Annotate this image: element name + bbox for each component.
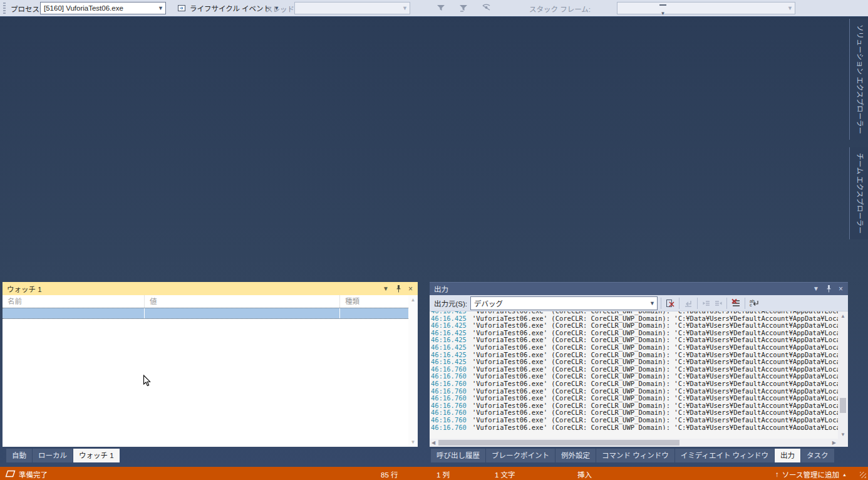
status-line: 85 行: [381, 469, 398, 479]
status-bar: 準備完了 85 行 1 列 1 文字 挿入 ↑ ソース管理に追加 ▲: [0, 467, 868, 480]
log-message: 'VuforiaTest06.exe' (CoreCLR: CoreCLR_UW…: [472, 424, 838, 430]
process-combobox-value: [5160] VuforiaTest06.exe: [44, 4, 123, 12]
status-ready: 準備完了: [19, 469, 48, 479]
tool-window-tab[interactable]: 呼び出し履歴: [431, 449, 485, 462]
lifecycle-events-icon: [177, 4, 187, 13]
tool-window-tab[interactable]: 例外設定: [555, 449, 596, 462]
output-log-viewport[interactable]: 46:16.425'VuforiaTest06.exe' (CoreCLR: C…: [430, 311, 838, 430]
watch-column-header[interactable]: 名前: [3, 295, 145, 308]
tool-window-tab[interactable]: タスク: [801, 449, 834, 462]
output-title-bar[interactable]: 出力 ▼ ×: [430, 282, 848, 295]
watch-column-header[interactable]: 値: [145, 295, 340, 308]
watch-tab-group: 自動ローカルウォッチ 1: [6, 449, 120, 462]
toolbar-grip[interactable]: [3, 3, 6, 14]
chevron-down-icon: ▼: [661, 11, 666, 16]
watch-title-bar[interactable]: ウォッチ 1 ▼ ×: [3, 282, 418, 295]
log-timestamp: 46:16.425: [431, 321, 467, 329]
log-message: 'VuforiaTest06.exe' (CoreCLR: CoreCLR_UW…: [472, 358, 838, 365]
log-message: 'VuforiaTest06.exe' (CoreCLR: CoreCLR_UW…: [472, 416, 838, 424]
log-timestamp: 46:16.760: [431, 365, 467, 373]
scroll-down-icon[interactable]: ▼: [411, 437, 416, 447]
window-position-icon[interactable]: ▼: [383, 286, 389, 292]
tool-window-tab[interactable]: 出力: [775, 449, 800, 462]
previous-message-icon[interactable]: [701, 298, 712, 308]
watch-title: ウォッチ 1: [7, 284, 42, 294]
word-wrap-icon[interactable]: abc: [748, 298, 760, 308]
debug-toolbar: プロセス: [5160] VuforiaTest06.exe ▼ ライフサイクル…: [0, 0, 868, 17]
side-tab[interactable]: チーム エクスプローラー: [849, 147, 868, 239]
watch-panel: ウォッチ 1 ▼ × 名前値種類 ▲ ▼: [3, 282, 418, 447]
log-message: 'VuforiaTest06.exe' (CoreCLR: CoreCLR_UW…: [472, 365, 838, 373]
thread-label: スレッド:: [266, 4, 296, 14]
log-timestamp: 46:16.425: [431, 336, 467, 343]
log-message: 'VuforiaTest06.exe' (CoreCLR: CoreCLR_UW…: [472, 409, 838, 416]
pin-icon[interactable]: [396, 285, 401, 293]
process-combobox[interactable]: [5160] VuforiaTest06.exe ▼: [40, 2, 166, 14]
chevron-down-icon[interactable]: ▼: [156, 3, 165, 14]
pin-icon[interactable]: [826, 285, 832, 293]
find-message-in-code-icon[interactable]: [664, 298, 676, 308]
output-source-value: デバッグ: [474, 298, 503, 308]
show-threads-in-source-icon[interactable]: [482, 4, 492, 13]
stack-frame-label: スタック フレーム:: [529, 4, 591, 14]
log-message: 'VuforiaTest06.exe' (CoreCLR: CoreCLR_UW…: [472, 336, 838, 343]
window-position-icon[interactable]: ▼: [813, 286, 819, 292]
log-timestamp: 46:16.760: [431, 394, 467, 402]
scroll-left-icon[interactable]: ◀: [431, 439, 435, 447]
goto-message-icon[interactable]: [683, 298, 694, 308]
tool-window-tab[interactable]: ブレークポイント: [486, 449, 555, 462]
status-character: 1 文字: [495, 469, 515, 479]
filter-flagged-threads-icon[interactable]: [459, 4, 469, 13]
filter-threads-icon[interactable]: [437, 4, 447, 13]
separator: [679, 298, 679, 309]
log-timestamp: 46:16.425: [431, 351, 467, 358]
scroll-right-icon[interactable]: ▶: [832, 439, 836, 447]
toolbar-overflow-button[interactable]: ▼: [659, 4, 666, 12]
log-timestamp: 46:16.425: [431, 343, 467, 351]
watch-column-headers: 名前値種類: [3, 295, 408, 308]
watch-selected-row[interactable]: [3, 308, 408, 319]
clear-all-icon[interactable]: [730, 298, 741, 308]
resize-grip[interactable]: [860, 472, 866, 478]
log-message: 'VuforiaTest06.exe' (CoreCLR: CoreCLR_UW…: [472, 329, 838, 337]
log-message: 'VuforiaTest06.exe' (CoreCLR: CoreCLR_UW…: [472, 402, 838, 409]
scrollbar-thumb[interactable]: [840, 398, 846, 413]
log-message: 'VuforiaTest06.exe' (CoreCLR: CoreCLR_UW…: [472, 372, 838, 380]
tool-window-tab[interactable]: ローカル: [33, 449, 73, 462]
output-horizontal-scrollbar[interactable]: ◀ ▶: [430, 439, 838, 447]
source-control-status-icon: [5, 470, 16, 477]
status-column: 1 列: [437, 469, 450, 479]
scroll-up-icon[interactable]: ▲: [411, 295, 416, 305]
log-message: 'VuforiaTest06.exe' (CoreCLR: CoreCLR_UW…: [472, 351, 838, 358]
add-to-source-control-button[interactable]: ↑ ソース管理に追加 ▲: [775, 469, 847, 479]
tool-window-tab[interactable]: イミディエイト ウィンドウ: [675, 449, 774, 462]
close-icon[interactable]: ×: [408, 286, 413, 292]
watch-scrollbar[interactable]: ▲ ▼: [408, 295, 418, 447]
tool-window-tab[interactable]: 自動: [6, 449, 32, 462]
watch-column-header[interactable]: 種類: [340, 295, 408, 308]
output-toolbar: 出力元(S): デバッグ ▼ abc: [430, 295, 848, 311]
separator: [661, 298, 661, 309]
scrollbar-thumb[interactable]: [438, 440, 679, 446]
output-tab-group: 呼び出し履歴ブレークポイント例外設定コマンド ウィンドウイミディエイト ウィンド…: [431, 449, 834, 462]
scroll-down-icon[interactable]: ▼: [838, 432, 848, 437]
log-message: 'VuforiaTest06.exe' (CoreCLR: CoreCLR_UW…: [472, 343, 838, 351]
separator: [745, 298, 745, 309]
output-vertical-scrollbar[interactable]: ▲ ▼: [838, 311, 848, 439]
tool-window-tab[interactable]: ウォッチ 1: [73, 449, 120, 462]
tool-window-tab[interactable]: コマンド ウィンドウ: [596, 449, 674, 462]
stack-frame-combobox[interactable]: ▼: [617, 2, 795, 14]
log-timestamp: 46:16.760: [431, 372, 467, 380]
log-timestamp: 46:16.760: [431, 424, 467, 430]
output-source-combobox[interactable]: デバッグ ▼: [470, 296, 658, 310]
next-message-icon[interactable]: [712, 298, 723, 308]
log-message: 'VuforiaTest06.exe' (CoreCLR: CoreCLR_UW…: [472, 394, 838, 402]
thread-combobox[interactable]: ▼: [294, 2, 410, 14]
log-timestamp: 46:16.760: [431, 387, 467, 395]
log-timestamp: 46:16.425: [431, 315, 467, 322]
close-icon[interactable]: ×: [839, 286, 843, 292]
scroll-up-icon[interactable]: ▲: [838, 313, 848, 319]
side-tab[interactable]: ソリューション エクスプローラー: [849, 19, 868, 140]
log-timestamp: 46:16.760: [431, 409, 467, 416]
chevron-down-icon: ▼: [785, 3, 795, 14]
